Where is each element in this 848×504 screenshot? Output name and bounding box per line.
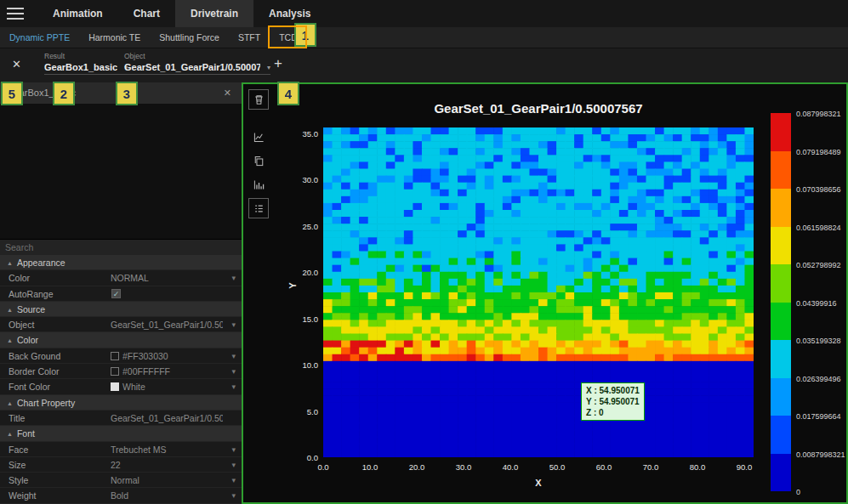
- result-label: Result: [44, 52, 128, 60]
- menu-item-analysis[interactable]: Analysis: [253, 0, 326, 27]
- y-tick-label: 35.0: [284, 129, 318, 139]
- collapse-triangle-icon: ▲: [7, 260, 13, 266]
- property-row-color[interactable]: ColorNORMAL▾: [0, 270, 242, 286]
- x-tick-label: 30.0: [448, 462, 479, 472]
- chevron-down-icon: ▾: [231, 317, 236, 332]
- menu-item-animation[interactable]: Animation: [37, 0, 118, 27]
- property-row-object[interactable]: ObjectGearSet_01_GearPair1/0.50007567▾: [0, 317, 242, 332]
- panel-close-icon[interactable]: ✕: [224, 82, 231, 104]
- property-row-size[interactable]: Size22▾: [0, 457, 242, 473]
- property-label: Color: [9, 270, 30, 286]
- left-panel: GearBox1_basic ✕ ▲AppearanceColorNORMAL▾…: [0, 82, 242, 504]
- colorbar: [771, 113, 791, 491]
- property-value: White: [111, 379, 223, 394]
- colorbar-segment: [771, 151, 791, 190]
- collapse-triangle-icon: ▲: [7, 400, 13, 406]
- property-value: Normal: [111, 473, 223, 488]
- group-label: Source: [17, 304, 45, 314]
- copy-icon[interactable]: [248, 150, 269, 171]
- property-label: Face: [9, 442, 28, 457]
- colorbar-tick-label: 0.052798992: [796, 261, 847, 269]
- list-icon[interactable]: [248, 198, 269, 218]
- menu-item-drivetrain[interactable]: Drivetrain: [175, 0, 253, 27]
- tab-harmonic-te[interactable]: Harmonic TE: [79, 27, 150, 48]
- property-row-back-ground[interactable]: Back Ground#FF303030▾: [0, 348, 242, 364]
- property-value: GearSet_01_GearPair1/0.50007567: [111, 411, 223, 426]
- x-axis-label: X: [323, 478, 754, 488]
- module-tabs: Dynamic PPTEHarmonic TEShuttling ForceST…: [0, 27, 848, 48]
- color-swatch: [111, 352, 119, 360]
- tab-tcd[interactable]: TCD: [270, 27, 307, 48]
- group-label: Color: [17, 335, 38, 345]
- app-window: AnimationChartDrivetrainAnalysis Dynamic…: [0, 0, 848, 504]
- colorbar-tick-label: 0.035199328: [796, 337, 847, 345]
- chevron-down-icon: ▾: [231, 379, 236, 394]
- tab-stft[interactable]: STFT: [229, 27, 270, 48]
- property-group-chart-property[interactable]: ▲Chart Property: [0, 395, 242, 411]
- colorbar-tick-label: 0: [796, 488, 847, 496]
- close-icon[interactable]: ✕: [12, 58, 21, 71]
- colorbar-segment: [771, 378, 791, 416]
- y-tick-label: 25.0: [284, 222, 318, 231]
- property-row-font-color[interactable]: Font ColorWhite▾: [0, 379, 242, 394]
- x-tick-label: 70.0: [635, 462, 666, 472]
- y-tick-label: 20.0: [284, 268, 318, 277]
- property-row-autorange[interactable]: AutoRange✓: [0, 286, 242, 302]
- menubar: AnimationChartDrivetrainAnalysis: [0, 0, 848, 27]
- colorbar-segment: [771, 189, 791, 227]
- property-row-title[interactable]: TitleGearSet_01_GearPair1/0.50007567: [0, 411, 242, 426]
- property-group-color[interactable]: ▲Color: [0, 332, 242, 348]
- distribution-icon[interactable]: [248, 174, 269, 195]
- panel-tab-title: GearBox1_basic: [7, 88, 76, 98]
- property-value: 22: [111, 457, 223, 473]
- autorange-checkbox[interactable]: ✓: [111, 289, 121, 298]
- main-menu: AnimationChartDrivetrainAnalysis: [37, 0, 326, 27]
- colorbar-segment: [771, 113, 791, 151]
- menu-item-chart[interactable]: Chart: [118, 0, 175, 27]
- group-label: Chart Property: [17, 398, 75, 408]
- chevron-down-icon: ▾: [231, 364, 236, 379]
- data-tooltip: X : 54.950071 Y : 54.950071 Z : 0: [581, 382, 645, 421]
- property-row-border-color[interactable]: Border Color#00FFFFFF▾: [0, 364, 242, 379]
- plot-area[interactable]: X : 54.950071 Y : 54.950071 Z : 0 Y X 0.…: [323, 127, 754, 457]
- x-tick-label: 40.0: [495, 462, 526, 472]
- x-tick-label: 80.0: [682, 462, 713, 472]
- property-value: #FF303030: [111, 348, 223, 364]
- colorbar-tick-label: 0.026399496: [796, 375, 847, 383]
- property-label: Weight: [9, 488, 37, 503]
- property-panel: ▲AppearanceColorNORMAL▾AutoRange✓▲Source…: [0, 240, 242, 504]
- tab-dynamic-ppte[interactable]: Dynamic PPTE: [0, 27, 79, 48]
- y-tick-label: 30.0: [284, 175, 318, 184]
- panel-tab[interactable]: GearBox1_basic ✕: [0, 82, 242, 104]
- collapse-triangle-icon: ▲: [7, 431, 13, 437]
- search-input[interactable]: [0, 240, 242, 255]
- colorbar-segment: [771, 264, 791, 303]
- property-group-appearance[interactable]: ▲Appearance: [0, 255, 242, 270]
- tab-shuttling-force[interactable]: Shuttling Force: [150, 27, 229, 48]
- object-label: Object: [124, 52, 270, 60]
- property-row-face[interactable]: FaceTrebuchet MS▾: [0, 442, 242, 457]
- property-row-style[interactable]: StyleNormal▾: [0, 473, 242, 488]
- chart-list-area: [0, 104, 242, 240]
- colorbar-segment: [771, 303, 791, 341]
- add-chart-button[interactable]: +: [274, 55, 282, 72]
- property-group-font[interactable]: ▲Font: [0, 426, 242, 441]
- color-swatch: [111, 367, 119, 376]
- object-dropdown[interactable]: Object GearSet_01_GearPair1/0.50007567: [124, 52, 270, 75]
- property-label: Style: [9, 473, 28, 488]
- x-tick-label: 60.0: [589, 462, 619, 472]
- property-group-source[interactable]: ▲Source: [0, 302, 242, 317]
- property-label: AutoRange: [9, 286, 54, 302]
- property-row-weight[interactable]: WeightBold▾: [0, 488, 242, 503]
- result-value: GearBox1_basic: [44, 62, 117, 72]
- property-label: Border Color: [9, 364, 60, 379]
- line-chart-icon[interactable]: [248, 127, 269, 147]
- hamburger-menu-icon[interactable]: [7, 8, 24, 20]
- chevron-down-icon: ▾: [231, 488, 236, 503]
- result-dropdown[interactable]: Result GearBox1_basic: [44, 52, 128, 75]
- delete-icon[interactable]: [248, 89, 269, 110]
- x-tick-label: 0.0: [308, 462, 339, 472]
- x-tick-label: 20.0: [401, 462, 432, 472]
- tooltip-line: Z : 0: [586, 407, 640, 418]
- collapse-triangle-icon: ▲: [7, 307, 13, 313]
